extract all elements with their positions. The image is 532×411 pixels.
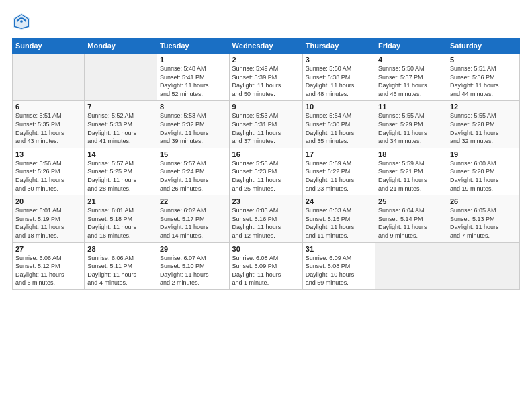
day-number: 22 [160, 197, 226, 205]
weekday-header-thursday: Thursday [302, 38, 375, 54]
calendar-cell: 4Sunrise: 5:50 AM Sunset: 5:37 PM Daylig… [375, 54, 447, 101]
day-info: Sunrise: 6:05 AM Sunset: 5:13 PM Dayligh… [450, 206, 517, 240]
day-info: Sunrise: 5:59 AM Sunset: 5:22 PM Dayligh… [306, 159, 372, 193]
day-info: Sunrise: 5:56 AM Sunset: 5:26 PM Dayligh… [15, 159, 81, 193]
header [12, 12, 520, 31]
calendar-cell: 9Sunrise: 5:53 AM Sunset: 5:31 PM Daylig… [229, 101, 302, 148]
weekday-header-sunday: Sunday [13, 38, 85, 54]
calendar-cell [375, 242, 447, 289]
weekday-header-friday: Friday [375, 38, 447, 54]
day-number: 14 [87, 150, 154, 158]
day-info: Sunrise: 6:04 AM Sunset: 5:14 PM Dayligh… [378, 206, 444, 240]
day-info: Sunrise: 5:57 AM Sunset: 5:24 PM Dayligh… [160, 159, 226, 193]
calendar-cell: 1Sunrise: 5:48 AM Sunset: 5:41 PM Daylig… [157, 54, 229, 101]
day-number: 27 [15, 245, 81, 253]
day-number: 11 [378, 103, 444, 111]
calendar-table: SundayMondayTuesdayWednesdayThursdayFrid… [12, 38, 520, 290]
day-number: 19 [450, 150, 517, 158]
day-number: 9 [232, 103, 300, 111]
calendar-cell: 23Sunrise: 6:03 AM Sunset: 5:16 PM Dayli… [229, 195, 302, 242]
calendar-cell: 8Sunrise: 5:53 AM Sunset: 5:32 PM Daylig… [157, 101, 229, 148]
calendar-cell: 16Sunrise: 5:58 AM Sunset: 5:23 PM Dayli… [229, 148, 302, 195]
calendar-row-0: 1Sunrise: 5:48 AM Sunset: 5:41 PM Daylig… [13, 54, 520, 101]
calendar-cell: 12Sunrise: 5:55 AM Sunset: 5:28 PM Dayli… [447, 101, 519, 148]
day-info: Sunrise: 5:50 AM Sunset: 5:37 PM Dayligh… [378, 64, 444, 98]
day-number: 25 [378, 197, 444, 205]
weekday-header-monday: Monday [85, 38, 157, 54]
calendar-cell: 24Sunrise: 6:03 AM Sunset: 5:15 PM Dayli… [302, 195, 375, 242]
calendar-cell: 22Sunrise: 6:02 AM Sunset: 5:17 PM Dayli… [157, 195, 229, 242]
calendar-header: SundayMondayTuesdayWednesdayThursdayFrid… [13, 38, 520, 54]
calendar-cell: 14Sunrise: 5:57 AM Sunset: 5:25 PM Dayli… [85, 148, 157, 195]
day-number: 10 [306, 103, 372, 111]
calendar-cell: 17Sunrise: 5:59 AM Sunset: 5:22 PM Dayli… [302, 148, 375, 195]
calendar-row-4: 27Sunrise: 6:06 AM Sunset: 5:12 PM Dayli… [13, 242, 520, 289]
day-info: Sunrise: 5:52 AM Sunset: 5:33 PM Dayligh… [87, 111, 154, 145]
calendar-cell: 21Sunrise: 6:01 AM Sunset: 5:18 PM Dayli… [85, 195, 157, 242]
day-number: 24 [306, 197, 372, 205]
day-info: Sunrise: 5:58 AM Sunset: 5:23 PM Dayligh… [232, 159, 300, 193]
day-number: 20 [15, 197, 81, 205]
day-number: 2 [232, 56, 300, 64]
day-number: 5 [450, 56, 517, 64]
day-info: Sunrise: 6:06 AM Sunset: 5:12 PM Dayligh… [15, 254, 81, 287]
calendar-cell [13, 54, 85, 101]
day-number: 29 [160, 245, 226, 253]
day-info: Sunrise: 5:48 AM Sunset: 5:41 PM Dayligh… [160, 64, 226, 98]
day-number: 28 [87, 245, 154, 253]
calendar-cell [447, 242, 519, 289]
calendar-cell: 28Sunrise: 6:06 AM Sunset: 5:11 PM Dayli… [85, 242, 157, 289]
calendar-cell: 19Sunrise: 6:00 AM Sunset: 5:20 PM Dayli… [447, 148, 519, 195]
day-info: Sunrise: 5:51 AM Sunset: 5:36 PM Dayligh… [450, 64, 517, 98]
calendar-cell: 15Sunrise: 5:57 AM Sunset: 5:24 PM Dayli… [157, 148, 229, 195]
day-info: Sunrise: 5:55 AM Sunset: 5:29 PM Dayligh… [378, 111, 444, 145]
calendar-body: 1Sunrise: 5:48 AM Sunset: 5:41 PM Daylig… [13, 54, 520, 290]
calendar-cell: 6Sunrise: 5:51 AM Sunset: 5:35 PM Daylig… [13, 101, 85, 148]
day-number: 23 [232, 197, 300, 205]
day-info: Sunrise: 6:00 AM Sunset: 5:20 PM Dayligh… [450, 159, 517, 193]
day-number: 4 [378, 56, 444, 64]
weekday-header-saturday: Saturday [447, 38, 519, 54]
day-number: 12 [450, 103, 517, 111]
day-number: 26 [450, 197, 517, 205]
calendar-row-1: 6Sunrise: 5:51 AM Sunset: 5:35 PM Daylig… [13, 101, 520, 148]
day-number: 16 [232, 150, 300, 158]
day-number: 1 [160, 56, 226, 64]
weekday-row: SundayMondayTuesdayWednesdayThursdayFrid… [13, 38, 520, 54]
calendar-cell: 25Sunrise: 6:04 AM Sunset: 5:14 PM Dayli… [375, 195, 447, 242]
day-number: 18 [378, 150, 444, 158]
calendar-cell: 11Sunrise: 5:55 AM Sunset: 5:29 PM Dayli… [375, 101, 447, 148]
calendar-cell: 7Sunrise: 5:52 AM Sunset: 5:33 PM Daylig… [85, 101, 157, 148]
day-info: Sunrise: 5:53 AM Sunset: 5:32 PM Dayligh… [160, 111, 226, 145]
day-info: Sunrise: 5:57 AM Sunset: 5:25 PM Dayligh… [87, 159, 154, 193]
day-info: Sunrise: 5:51 AM Sunset: 5:35 PM Dayligh… [15, 111, 81, 145]
calendar-cell: 20Sunrise: 6:01 AM Sunset: 5:19 PM Dayli… [13, 195, 85, 242]
day-number: 30 [232, 245, 300, 253]
day-info: Sunrise: 6:01 AM Sunset: 5:19 PM Dayligh… [15, 206, 81, 240]
day-number: 13 [15, 150, 81, 158]
calendar-cell [85, 54, 157, 101]
calendar-cell: 13Sunrise: 5:56 AM Sunset: 5:26 PM Dayli… [13, 148, 85, 195]
day-info: Sunrise: 5:50 AM Sunset: 5:38 PM Dayligh… [306, 64, 372, 98]
calendar-cell: 27Sunrise: 6:06 AM Sunset: 5:12 PM Dayli… [13, 242, 85, 289]
calendar-row-2: 13Sunrise: 5:56 AM Sunset: 5:26 PM Dayli… [13, 148, 520, 195]
weekday-header-tuesday: Tuesday [157, 38, 229, 54]
logo [12, 12, 34, 31]
day-info: Sunrise: 6:03 AM Sunset: 5:16 PM Dayligh… [232, 206, 300, 240]
day-number: 15 [160, 150, 226, 158]
day-info: Sunrise: 6:01 AM Sunset: 5:18 PM Dayligh… [87, 206, 154, 240]
day-number: 17 [306, 150, 372, 158]
day-number: 8 [160, 103, 226, 111]
weekday-header-wednesday: Wednesday [229, 38, 302, 54]
day-number: 3 [306, 56, 372, 64]
day-info: Sunrise: 6:06 AM Sunset: 5:11 PM Dayligh… [87, 254, 154, 287]
day-number: 21 [87, 197, 154, 205]
calendar-cell: 29Sunrise: 6:07 AM Sunset: 5:10 PM Dayli… [157, 242, 229, 289]
day-info: Sunrise: 5:54 AM Sunset: 5:30 PM Dayligh… [306, 111, 372, 145]
day-info: Sunrise: 6:03 AM Sunset: 5:15 PM Dayligh… [306, 206, 372, 240]
calendar-cell: 30Sunrise: 6:08 AM Sunset: 5:09 PM Dayli… [229, 242, 302, 289]
day-info: Sunrise: 6:09 AM Sunset: 5:08 PM Dayligh… [306, 254, 372, 287]
day-number: 7 [87, 103, 154, 111]
calendar-cell: 3Sunrise: 5:50 AM Sunset: 5:38 PM Daylig… [302, 54, 375, 101]
day-info: Sunrise: 6:02 AM Sunset: 5:17 PM Dayligh… [160, 206, 226, 240]
